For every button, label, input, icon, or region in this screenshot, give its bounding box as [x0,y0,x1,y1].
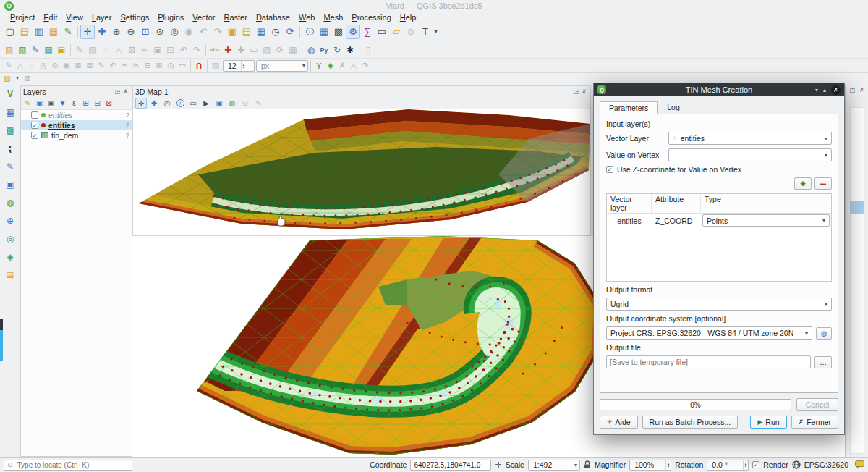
delete-ring-icon[interactable]: ⊠ [72,60,84,71]
menu-database[interactable]: Database [252,13,294,22]
new-shapefile-icon[interactable]: ✎ [29,43,42,56]
collapse-all-icon[interactable]: ⊟ [92,98,103,109]
camera-pan-icon[interactable]: ✛ [135,98,147,109]
zoom-out-icon[interactable]: ⊖ [124,25,138,39]
rotation-spinner[interactable]: 0.0 ° ▴▾ [707,460,749,471]
remove-layer-icon[interactable]: ⊠ [103,98,114,109]
expand-all-icon[interactable]: ⊞ [80,98,91,109]
add-vector-tile-layer-icon[interactable]: ◈ [3,250,17,264]
new-geopackage-layer-icon[interactable]: ⁏ [3,142,17,155]
data-source-manager-icon[interactable]: ▧ [3,43,16,56]
layer-checkbox[interactable]: ✓ [31,122,38,129]
vector-layer-combo[interactable]: ∴ entities ▾ [668,132,832,145]
zoom-last-icon[interactable]: ↶ [196,25,210,39]
zoom-next-icon[interactable]: ↷ [210,25,225,39]
pin-labels-icon[interactable]: ✚ [234,43,247,56]
menu-project[interactable]: Project [6,13,39,22]
units-combo[interactable]: px ▾ [256,60,308,72]
layer-checkbox[interactable]: ✓ [31,132,38,139]
mesh-remove-icon[interactable]: ✗ [336,60,348,71]
browse-file-button[interactable]: … [814,356,832,368]
python-console-icon[interactable]: Py [318,43,331,56]
first-aid-debug-icon[interactable]: ✱ [344,43,357,56]
crs-globe-icon[interactable] [792,460,801,469]
scale-combo[interactable]: 1:492 ▾ [528,460,580,471]
offset-curve-icon[interactable]: ↶ [107,60,119,71]
simplify-feature-icon[interactable]: ◌ [26,60,38,71]
layer-indicator-icon[interactable]: ? [126,122,129,129]
menu-view[interactable]: View [61,13,88,22]
zoom-to-selection-icon[interactable]: ⊙ [153,25,167,39]
mesh-digitize-icon[interactable]: Y [313,60,325,71]
print-layout-icon[interactable]: ▦ [46,25,61,39]
dialog-close-icon[interactable]: ✗ [831,85,841,95]
delete-selected-icon[interactable]: ⊠ [125,43,138,56]
attribute-table-icon[interactable]: ▦ [317,25,331,39]
zoom-to-layer-icon[interactable]: ◎ [167,25,182,39]
trim-extend-icon[interactable]: ▭ [176,60,188,71]
temporal-controller-icon[interactable]: ◷ [268,25,283,39]
split-features-icon[interactable]: ✂ [119,60,130,71]
field-calculator-icon[interactable]: ▩ [331,25,346,39]
style-manager-icon[interactable]: ✎ [61,25,75,39]
layer-row-entities-hidden[interactable]: entities ? [21,110,132,120]
redo-icon[interactable]: ↷ [190,43,203,56]
output-crs-combo[interactable]: Project CRS: EPSG:32620 - WGS 84 / UTM z… [606,326,812,340]
new-3d-map-view-icon[interactable]: ▤ [239,25,254,39]
layer-diagram-icon[interactable]: ✚ [221,43,234,56]
save-edits-icon[interactable]: ▥ [86,43,99,56]
mesh-transform-icon[interactable]: ↷ [359,60,371,71]
fill-ring-icon[interactable]: ◉ [61,60,72,71]
cancel-button[interactable]: Cancel [796,398,838,411]
merge-attrs-icon[interactable]: ⊞ [153,60,165,71]
extents-icon[interactable]: ✛ [495,460,501,470]
layer-indicator-icon[interactable]: ? [126,111,129,119]
map-tips-icon[interactable]: ▱ [389,25,404,39]
new-temp-scratch-icon[interactable]: ▣ [55,43,68,56]
table-row[interactable]: entities Z_COORD Points ▾ [607,214,831,227]
digitize-with-segment-icon[interactable]: ▨ [210,60,221,71]
split-parts-icon[interactable]: ✂ [130,60,142,71]
plugin-placeholder-icon[interactable]: ▯ [362,43,375,56]
output-format-combo[interactable]: Ugrid ▾ [606,298,832,311]
locate-box[interactable]: ⊙ [4,460,132,471]
globe-options-icon[interactable]: ◍ [226,98,238,109]
magnifier-spinner[interactable]: 100% ▴▾ [629,460,671,471]
new-project-icon[interactable]: ▢ [3,25,17,39]
layer-row-entities[interactable]: ✓ entities ? [21,120,132,130]
layer-indicator-icon[interactable]: ? [126,132,129,139]
pan-to-selection-icon[interactable]: ✚ [95,25,109,39]
zoom-in-icon[interactable]: ⊕ [109,25,124,39]
crs-status[interactable]: EPSG:32620 [804,460,848,469]
filter-expression-icon[interactable]: ε [69,98,80,109]
layer-label[interactable]: entities [48,121,75,130]
filter-legend-icon[interactable]: ▼ [57,98,68,109]
map3d-viewport[interactable] [133,109,590,235]
layer-label[interactable]: entities [48,111,72,119]
add-feature-icon[interactable]: ◌ [99,43,112,56]
messages-icon[interactable] [855,460,864,469]
text-annotation-icon[interactable]: T [418,25,433,39]
zoom-annotation-icon[interactable]: ⊙ [404,25,418,39]
open-layer-styling-icon[interactable]: ✎ [22,98,33,109]
new-raster-layer-icon[interactable]: ▦ [3,106,17,119]
tab-log[interactable]: Log [658,101,689,114]
new-virtual-layer-icon[interactable]: ▦ [42,43,55,56]
vertex-tool-icon[interactable]: △ [112,43,125,56]
float-panel-icon[interactable]: ◳ [848,87,856,93]
metasearch-icon[interactable]: ◍ [305,43,318,56]
close-dialog-button[interactable]: ✗ Fermer [791,416,838,429]
layer-label[interactable]: tin_dem [51,131,78,140]
dialog-title-bar[interactable]: Q TIN Mesh Creation ▾ ▴ ✗ [594,83,844,96]
new-map-view-icon[interactable]: ▣ [225,25,239,39]
identify-features-icon[interactable]: i [302,25,317,39]
measure-3d-icon[interactable]: ▭ [187,98,199,109]
identify-3d-icon[interactable]: i [174,98,186,109]
close-panel-icon[interactable]: ✗ [858,87,866,93]
batch-process-button[interactable]: Run as Batch Process... [642,416,739,429]
add-wms-layer-icon[interactable]: ◍ [3,196,17,209]
menu-edit[interactable]: Edit [39,13,61,22]
manage-visibility-icon[interactable]: ◉ [46,98,56,109]
save-image-icon[interactable]: ▣ [213,98,225,109]
open-project-icon[interactable]: ▤ [17,25,32,39]
